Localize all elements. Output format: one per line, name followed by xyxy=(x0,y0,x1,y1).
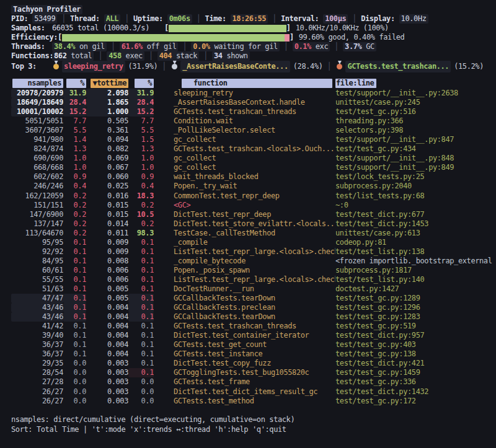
separator: │ xyxy=(182,42,187,51)
table-row[interactable]: 60/610.10.0060.1Popen._posix_spawnsubpro… xyxy=(0,266,496,275)
functions-stack: 404 xyxy=(159,51,172,60)
samples-total: 66035 total (10000.3/s) xyxy=(52,24,164,33)
cell-direct-pct: 0.1 xyxy=(63,340,86,349)
cell-cumulative-pct: 98.3 xyxy=(128,229,154,238)
table-row[interactable]: 941/9801.40.0941.5gc_collecttest/support… xyxy=(0,135,496,144)
uptime-value: 0m06s xyxy=(167,14,192,24)
cell-function-name: GCTests.test_instance xyxy=(154,349,335,359)
table-row[interactable]: 113/646700.20.01198.3TestCase._callTestM… xyxy=(0,229,496,238)
table-row[interactable]: 5051/50517.70.5057.7Condition.waitthread… xyxy=(0,116,496,126)
cell-nsamples: 26/27 xyxy=(11,387,63,397)
cell-function-name: gc_collect xyxy=(154,163,335,172)
cell-function-name: GCTests.test_get_count xyxy=(154,340,335,349)
cell-file-line: threading.py:366 xyxy=(335,116,496,126)
cell-file-line: <frozen importlib._bootstrap_external xyxy=(335,257,496,266)
top3-item-2[interactable]: _AssertRaisesBaseConte... xyxy=(180,61,290,72)
cell-cumulative-pct: 1.3 xyxy=(128,144,154,154)
cell-function-name: TestCase._callTestMethod xyxy=(154,229,335,238)
cell-file-line: subprocess.py:2040 xyxy=(335,182,496,191)
cell-function-name: gc_collect xyxy=(154,154,335,163)
cell-nsamples: 84/95 xyxy=(11,257,63,266)
cell-nsamples: 92/92 xyxy=(11,247,63,257)
thread-value[interactable]: ALL xyxy=(104,14,120,24)
gc-text: GC xyxy=(361,42,374,51)
table-row[interactable]: 690/6901.00.0691.0gc_collecttest/support… xyxy=(0,154,496,163)
table-row[interactable]: 36/370.10.0040.1GCTests.test_instancetes… xyxy=(0,349,496,359)
table-row[interactable]: 668/6681.00.0671.0gc_collecttest/support… xyxy=(0,163,496,172)
table-row[interactable]: 151/1510.20.0150.2<GC>~:0 xyxy=(0,201,496,210)
cell-direct-pct: 0.4 xyxy=(63,182,86,191)
table-row[interactable]: 39/400.10.0040.1DictTest.test_container_… xyxy=(0,331,496,340)
cell-tottime: 0.006 xyxy=(86,266,128,275)
table-row[interactable]: 26/270.00.0030.0DictTest.test_dict_items… xyxy=(0,387,496,397)
separator: │ xyxy=(284,42,288,51)
column-header-tottime-sorted[interactable]: ▼tottime xyxy=(86,79,128,89)
column-header-cumulative-pct[interactable]: % xyxy=(128,79,154,89)
table-row[interactable]: 20978/2097931.92.09831.9sleeping_retryte… xyxy=(0,89,496,98)
table-row[interactable]: 162/120590.20.01618.3CommonTest.test_rep… xyxy=(0,191,496,201)
cell-nsamples: 10001/10002 xyxy=(11,107,63,116)
cell-function-name: DictTest.test_copy_fuzz xyxy=(154,359,335,368)
table-row[interactable]: 28/540.00.0030.1GCTogglingTests.test_bug… xyxy=(0,368,496,377)
table-row[interactable]: 41/420.10.0040.1GCTests.test_trashcan_th… xyxy=(0,322,496,331)
table-row[interactable]: 602/6020.90.0600.9wait_threads_blockedte… xyxy=(0,172,496,182)
cell-nsamples: 36/37 xyxy=(11,340,63,349)
column-header-nsamples[interactable]: nsamples xyxy=(11,79,63,89)
cell-cumulative-pct: 0.0 xyxy=(128,397,154,406)
table-row[interactable]: 27/280.00.0030.0GCTests.test_frametest/t… xyxy=(0,377,496,387)
cell-nsamples: 41/42 xyxy=(11,322,63,331)
pid-value: 53499 xyxy=(32,14,57,24)
footer-legend: nsamples: direct/cumulative (direct=exec… xyxy=(0,415,496,424)
cell-file-line: test/support/__init__.py:847 xyxy=(335,135,496,144)
table-row[interactable]: 147/69000.20.01510.5DictTest.test_repr_d… xyxy=(0,210,496,219)
cell-file-line: test/test_gc.py:1289 xyxy=(335,294,496,303)
table-row[interactable]: 84/950.10.0080.1_compile_bytecode<frozen… xyxy=(0,257,496,266)
table-row[interactable]: 95/950.10.0090.1_compilecodeop.py:81 xyxy=(0,238,496,247)
column-header-file-line[interactable]: file:line xyxy=(335,79,496,89)
table-row[interactable]: 26/270.00.0030.0GCTests.test_methodtest/… xyxy=(0,397,496,406)
functions-exec: 458 xyxy=(108,51,121,60)
cell-cumulative-pct: 5.5 xyxy=(128,126,154,135)
cell-file-line: test/test_dict.py:1453 xyxy=(335,219,496,229)
table-row[interactable]: 36/370.10.0040.1GCTests.test_get_countte… xyxy=(0,340,496,349)
cell-cumulative-pct: 0.0 xyxy=(128,377,154,387)
table-row[interactable]: 43/460.10.0040.1GCCallbackTests.preclean… xyxy=(0,303,496,312)
table-row[interactable]: 51/630.10.0050.1DocTestRunner.__rundocte… xyxy=(0,284,496,294)
table-row[interactable]: 92/920.10.0090.1ListTest.test_repr_large… xyxy=(0,247,496,257)
table-row[interactable]: 10001/1000215.21.00015.2GCTests.test_tra… xyxy=(0,107,496,116)
cell-cumulative-pct: 0.1 xyxy=(128,266,154,275)
table-row[interactable]: 29/350.00.0030.1DictTest.test_copy_fuzzt… xyxy=(0,359,496,368)
top3-item-3[interactable]: GCTests.test_trashcan... xyxy=(345,61,451,72)
table-row[interactable]: 246/2460.40.0250.4Popen._try_waitsubproc… xyxy=(0,182,496,191)
cell-function-name: Popen._posix_spawn xyxy=(154,266,335,275)
cell-file-line: test/test_gc.py:1296 xyxy=(335,303,496,312)
column-header-direct-pct[interactable]: % xyxy=(63,79,86,89)
cell-file-line: ~:0 xyxy=(335,201,496,210)
table-row[interactable]: 43/460.10.0040.1GCCallbackTests.tearDown… xyxy=(0,312,496,322)
cell-file-line: test/test_gc.py:434 xyxy=(335,144,496,154)
table-row[interactable]: 3607/36075.50.3615.5_PollLikeSelector.se… xyxy=(0,126,496,135)
cell-function-name: GCTests.test_trashcan_threads xyxy=(154,107,335,116)
bronze-medal-icon xyxy=(337,64,342,69)
cell-nsamples: 668/668 xyxy=(11,163,63,172)
table-row[interactable]: 137/1470.20.0140.2DictTest.test_store_ev… xyxy=(0,219,496,229)
separator: │ xyxy=(61,14,66,24)
cell-nsamples: 28/54 xyxy=(11,368,63,377)
cell-tottime: 0.060 xyxy=(86,172,128,182)
exc-text: exc xyxy=(311,42,328,51)
cell-file-line: unittest/case.py:245 xyxy=(335,98,496,107)
cell-function-name: <GC> xyxy=(154,201,335,210)
cell-direct-pct: 1.4 xyxy=(63,135,86,144)
table-row[interactable]: 824/8741.30.0821.3GCTests.test_trashcan.… xyxy=(0,144,496,154)
cell-function-name: DictTest.test_dict_items_result_gc xyxy=(154,387,335,397)
interval-value: 100µs xyxy=(323,14,348,24)
cell-direct-pct: 0.1 xyxy=(63,238,86,247)
table-row[interactable]: 47/470.10.0050.1GCCallbackTests.tearDown… xyxy=(0,294,496,303)
top3-item-1[interactable]: sleeping_retry xyxy=(62,61,125,72)
cell-direct-pct: 0.1 xyxy=(63,257,86,266)
table-row[interactable]: 55/550.10.0060.1ListTest.test_repr_large… xyxy=(0,275,496,284)
table-row[interactable]: 18649/1864928.41.86528.4_AssertRaisesBas… xyxy=(0,98,496,107)
column-header-function[interactable]: function xyxy=(154,79,335,89)
cell-direct-pct: 1.0 xyxy=(63,163,86,172)
cell-direct-pct: 0.0 xyxy=(63,377,86,387)
